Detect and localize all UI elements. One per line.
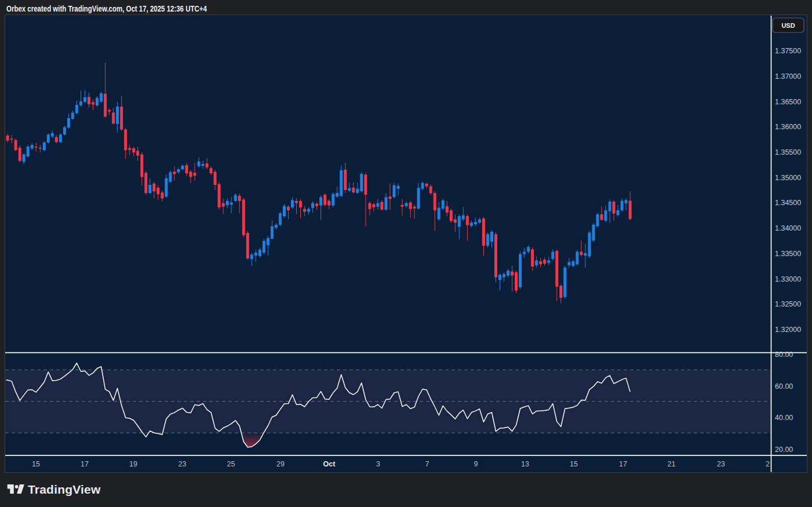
svg-text:1.37500: 1.37500	[775, 47, 801, 55]
svg-text:1.32500: 1.32500	[775, 300, 801, 308]
svg-text:29: 29	[276, 460, 285, 468]
svg-text:20.00: 20.00	[775, 446, 793, 454]
svg-text:Oct: Oct	[323, 460, 336, 468]
svg-text:7: 7	[425, 460, 429, 468]
svg-text:25: 25	[227, 460, 235, 468]
svg-text:1.34000: 1.34000	[775, 224, 801, 232]
svg-text:21: 21	[668, 460, 676, 468]
svg-text:80.00: 80.00	[775, 351, 793, 359]
svg-text:15: 15	[32, 460, 40, 468]
svg-text:1.36000: 1.36000	[775, 123, 801, 131]
svg-text:2: 2	[766, 460, 770, 468]
svg-text:19: 19	[129, 460, 137, 468]
svg-text:23: 23	[717, 460, 725, 468]
svg-text:23: 23	[179, 460, 187, 468]
svg-text:USD: USD	[781, 22, 795, 29]
svg-text:3: 3	[376, 460, 380, 468]
svg-text:1.36500: 1.36500	[775, 98, 801, 106]
svg-text:1.35500: 1.35500	[775, 148, 801, 156]
svg-text:1.33500: 1.33500	[775, 250, 801, 258]
svg-text:1.33000: 1.33000	[775, 275, 801, 283]
svg-text:1.37000: 1.37000	[775, 72, 801, 81]
svg-text:17: 17	[619, 460, 627, 468]
svg-text:17: 17	[81, 460, 89, 468]
svg-text:9: 9	[474, 460, 478, 468]
svg-text:1.32000: 1.32000	[775, 326, 801, 334]
svg-text:13: 13	[521, 460, 529, 468]
svg-text:15: 15	[570, 460, 578, 468]
svg-text:1.34500: 1.34500	[775, 199, 801, 207]
svg-text:40.00: 40.00	[775, 414, 793, 422]
svg-text:60.00: 60.00	[775, 382, 793, 391]
svg-text:1.35000: 1.35000	[775, 174, 801, 182]
